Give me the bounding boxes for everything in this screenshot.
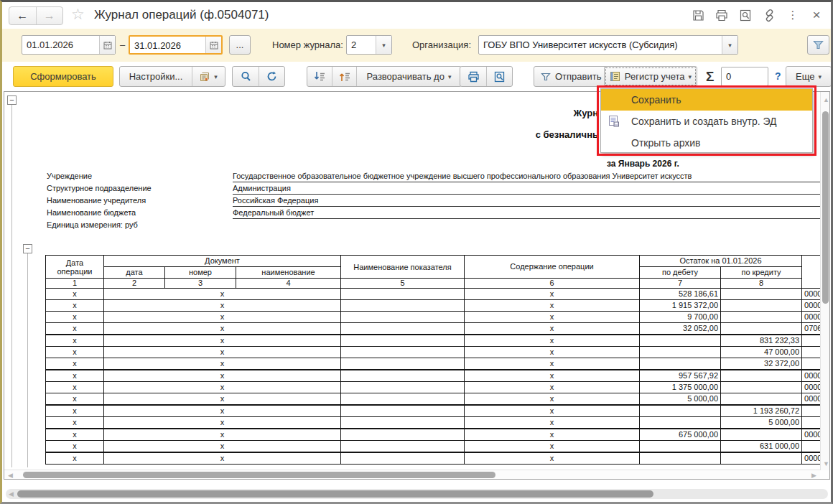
send-button[interactable]: Отправить ▾: [534, 66, 615, 87]
chevron-down-icon[interactable]: ▾: [722, 36, 737, 54]
calendar-icon[interactable]: [205, 37, 221, 53]
table-cell: [802, 405, 820, 417]
collapse-groups-button[interactable]: [307, 67, 332, 86]
table-cell: х: [104, 382, 341, 393]
table-row[interactable]: ххх631 000,00: [46, 441, 821, 453]
preview-icon[interactable]: [738, 8, 753, 22]
back-button[interactable]: ←: [9, 7, 37, 24]
more-button[interactable]: Еще ▾: [786, 66, 832, 87]
table-cell: х: [46, 335, 104, 347]
save-icon[interactable]: [691, 8, 705, 22]
menu-item-label: Сохранить: [631, 94, 681, 106]
table-row[interactable]: ххх1 915 372,0000000: [46, 300, 821, 312]
menu-item-save-and-create-ed[interactable]: Сохранить и создать внутр. ЭД: [601, 111, 812, 132]
expand-to-button[interactable]: Разворачивать до ▾: [356, 67, 461, 86]
table-row[interactable]: ххх9 700,0000000: [46, 312, 821, 323]
group-expander-icon[interactable]: −: [23, 244, 32, 253]
print-icon[interactable]: [715, 8, 729, 22]
forward-button[interactable]: →: [37, 7, 63, 24]
settings-button[interactable]: Настройки...: [120, 67, 192, 86]
table-cell: [341, 441, 465, 453]
table-cell: х: [46, 358, 104, 370]
h-scrollbar-inner[interactable]: ◀ ▶: [4, 470, 820, 479]
table-cell: [341, 382, 465, 393]
find-next-button[interactable]: [259, 67, 284, 86]
chevron-down-icon[interactable]: ▾: [376, 36, 391, 54]
sum-input[interactable]: 0: [721, 67, 768, 86]
table-row[interactable]: ххх957 567,9200000: [46, 370, 821, 382]
table-cell: [341, 393, 465, 406]
table-cell: х: [104, 452, 341, 465]
print-preview-button[interactable]: [486, 67, 512, 86]
more-kebab-icon[interactable]: ⋮: [786, 8, 800, 22]
chevron-down-icon: ▾: [448, 73, 452, 80]
menu-item-open-archive[interactable]: Открыть архив: [601, 132, 812, 154]
info-row: Единица измерения: руб: [47, 219, 826, 231]
scroll-up-icon[interactable]: ▲: [823, 96, 829, 103]
group-expander-icon[interactable]: −: [7, 95, 17, 105]
clipboard-icon: [200, 72, 210, 82]
h-scroll-thumb[interactable]: [23, 472, 495, 478]
favorite-star-icon[interactable]: ☆: [71, 6, 85, 23]
journal-number-select[interactable]: 2 ▾: [346, 35, 392, 55]
col-header-doc-date: дата: [104, 267, 165, 279]
col-header-date-op: Дата операции: [46, 256, 104, 279]
date-to-input[interactable]: 31.01.2026: [129, 35, 223, 55]
calendar-icon[interactable]: [99, 36, 115, 54]
journal-number-value[interactable]: 2: [347, 36, 376, 54]
generate-button[interactable]: Сформировать: [13, 66, 113, 87]
date-from-input[interactable]: 01.01.2026: [22, 35, 116, 55]
table-cell: [341, 429, 465, 441]
arrow-down-list-icon: [314, 71, 325, 83]
menu-item-save[interactable]: Сохранить: [601, 89, 812, 111]
date-to-value[interactable]: 31.01.2026: [130, 37, 205, 53]
table-row[interactable]: ххх5 000,0000000: [46, 393, 821, 406]
funnel-icon: [541, 73, 551, 81]
search-repeat-icon: [266, 71, 278, 82]
scroll-down-icon[interactable]: ▼: [823, 460, 829, 467]
table-row[interactable]: ххх32 052,0007060: [46, 323, 821, 335]
scroll-right-icon[interactable]: ▶: [811, 472, 816, 479]
table-cell: х: [46, 370, 104, 382]
scroll-left-icon[interactable]: ◀: [9, 490, 14, 498]
page-title: Журнал операций (ф.0504071): [94, 8, 269, 22]
table-row[interactable]: ххх00000: [46, 452, 821, 465]
filter-button[interactable]: [807, 35, 829, 55]
h-scroll-thumb[interactable]: [17, 490, 653, 498]
table-row[interactable]: ххх47 000,00: [46, 347, 821, 358]
table-cell: 00000: [802, 300, 820, 312]
table-row[interactable]: ххх5 000,00: [46, 417, 821, 429]
chevron-down-icon: ▾: [214, 73, 218, 80]
preview-doc-icon: [494, 71, 505, 83]
h-scrollbar-outer[interactable]: ◀: [6, 489, 828, 499]
settings-variants-button[interactable]: ▾: [192, 67, 225, 86]
group-tree-line: [11, 105, 12, 467]
find-button[interactable]: [233, 67, 259, 86]
table-row[interactable]: ххх675 000,0000000: [46, 429, 821, 441]
table-row[interactable]: ххх1 193 260,72: [46, 405, 821, 417]
org-value[interactable]: ГОБУ ВПО Университет искусств (Субсидия): [479, 36, 722, 54]
table-row[interactable]: ххх528 186,6100000: [46, 289, 821, 300]
expand-groups-button[interactable]: [332, 67, 356, 86]
date-from-value[interactable]: 01.01.2026: [22, 36, 99, 54]
col-number: 2: [104, 279, 165, 289]
document-icon: [608, 115, 621, 128]
info-row: Структурное подразделениеАдминистрация: [47, 182, 826, 195]
register-button[interactable]: Регистр учета ▾: [604, 66, 697, 87]
nav-button-group: ← →: [9, 6, 63, 25]
table-cell: 1 915 372,00: [640, 300, 721, 312]
table-row[interactable]: ххх831 232,33: [46, 335, 821, 347]
link-icon[interactable]: [762, 8, 776, 22]
table-row[interactable]: ххх1 375 000,0000000: [46, 382, 821, 393]
org-select[interactable]: ГОБУ ВПО Университет искусств (Субсидия)…: [478, 35, 738, 55]
info-row: Наименование учредителяРоссийская Федера…: [47, 195, 826, 207]
print-button[interactable]: [460, 67, 486, 86]
close-icon[interactable]: ×: [809, 8, 824, 22]
period-more-button[interactable]: ...: [229, 35, 251, 55]
table-row[interactable]: ххх32 372,00: [46, 358, 821, 370]
scroll-left-icon[interactable]: ◀: [8, 472, 13, 479]
v-scrollbar[interactable]: ▲ ▼: [820, 92, 829, 470]
v-scroll-thumb[interactable]: [822, 111, 829, 304]
help-button[interactable]: ?: [775, 70, 781, 82]
table-cell: х: [104, 370, 341, 382]
